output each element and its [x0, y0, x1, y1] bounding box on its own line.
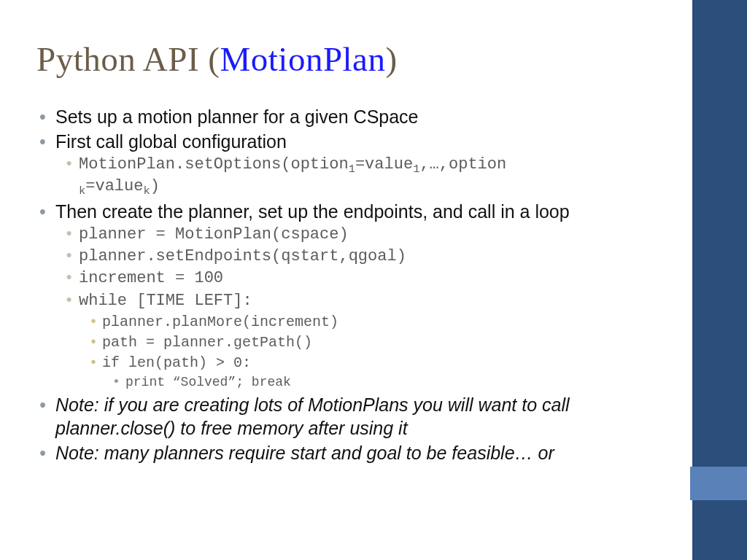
t: =value [355, 155, 413, 174]
side-stripe-light [690, 467, 747, 500]
t: ,…,option [419, 155, 506, 174]
t: ) [150, 177, 160, 195]
title-link[interactable]: MotionPlan [220, 40, 386, 78]
code-line: if len(path) > 0: print “Solved”; break [86, 353, 646, 392]
code-line: planner.setEndpoints(qstart,qgoal) [61, 246, 646, 268]
code-line: while [TIME LEFT]: planner.planMore(incr… [61, 290, 646, 392]
title-suffix: ) [385, 40, 397, 78]
code-line: print “Solved”; break [109, 373, 646, 392]
bullet-list: Sets up a motion planner for a given CSp… [36, 105, 646, 464]
t: MotionPlan.setOptions(option [79, 155, 349, 174]
text: First call global configuration [55, 131, 287, 152]
code-setoptions: MotionPlan.setOptions(option1=value1,…,o… [61, 154, 646, 198]
text: Then create the planner, set up the endp… [55, 201, 570, 222]
sub: k [143, 185, 150, 198]
slide-body: Python API (MotionPlan) Sets up a motion… [0, 0, 689, 560]
t: =value [85, 177, 143, 195]
sub: 1 [349, 163, 355, 176]
note-2: Note: many planners require start and go… [36, 441, 646, 464]
text: Sets up a motion planner for a given CSp… [55, 106, 419, 127]
t: if len(path) > 0: [102, 354, 251, 371]
code-line: planner = MotionPlan(cspace) [61, 224, 646, 246]
sub: 1 [413, 163, 419, 176]
sub: k [79, 185, 85, 198]
code-line: increment = 100 [61, 268, 646, 289]
bullet-2: First call global configuration MotionPl… [36, 130, 646, 198]
code-line: path = planner.getPath() [86, 332, 646, 353]
bullet-3: Then create the planner, set up the endp… [36, 200, 646, 392]
title-prefix: Python API ( [36, 40, 220, 78]
note-1: Note: if you are creating lots of Motion… [36, 393, 646, 440]
bullet-1: Sets up a motion planner for a given CSp… [36, 105, 646, 128]
t: while [TIME LEFT]: [79, 292, 252, 310]
slide-title: Python API (MotionPlan) [36, 39, 646, 79]
code-line: planner.planMore(increment) [86, 312, 646, 332]
